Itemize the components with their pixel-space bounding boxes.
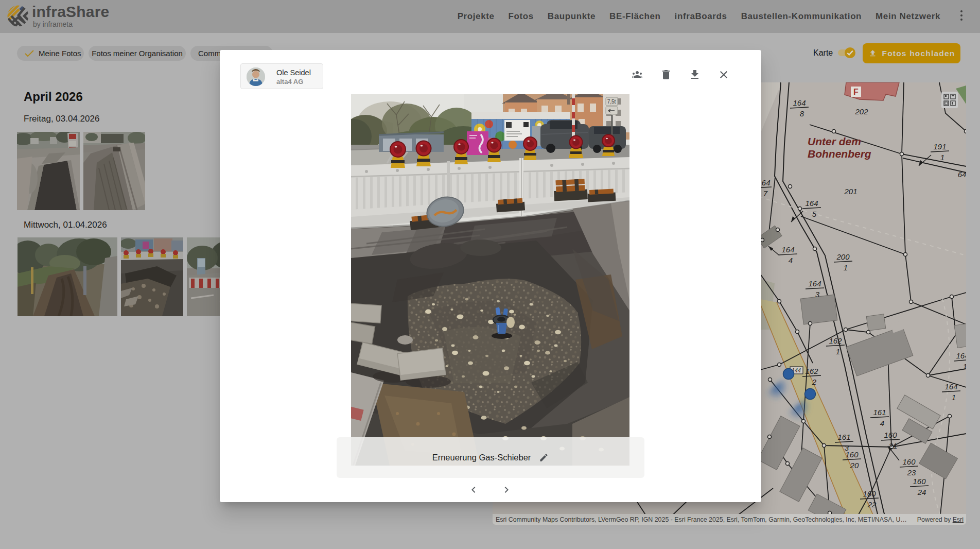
svg-text:5: 5: [812, 210, 817, 218]
svg-text:3: 3: [815, 290, 820, 299]
svg-text:1: 1: [940, 153, 944, 162]
svg-text:200: 200: [836, 252, 850, 261]
svg-text:160: 160: [884, 431, 897, 439]
svg-text:160: 160: [845, 450, 859, 459]
svg-text:191: 191: [933, 142, 946, 151]
svg-text:160: 160: [913, 477, 926, 486]
svg-text:164: 164: [808, 279, 821, 288]
svg-text:24: 24: [917, 488, 926, 496]
svg-text:F: F: [853, 88, 859, 96]
svg-text:1: 1: [963, 362, 966, 371]
svg-text:22: 22: [867, 500, 877, 509]
svg-text:164: 164: [956, 351, 966, 360]
svg-text:161: 161: [873, 408, 886, 417]
svg-text:160: 160: [902, 457, 916, 466]
svg-text:164: 164: [793, 98, 806, 107]
svg-text:160: 160: [863, 489, 876, 498]
svg-text:164: 164: [944, 382, 957, 391]
svg-text:1: 1: [952, 393, 956, 402]
svg-text:20: 20: [850, 461, 859, 470]
svg-text:7: 7: [763, 189, 768, 198]
svg-text:8: 8: [800, 109, 804, 118]
svg-text:1: 1: [844, 263, 848, 272]
svg-text:Unter dem: Unter dem: [808, 135, 861, 147]
svg-text:162: 162: [805, 367, 818, 375]
svg-text:161: 161: [837, 433, 850, 441]
svg-text:164: 164: [805, 199, 818, 208]
svg-text:2: 2: [812, 378, 817, 386]
svg-text:1: 1: [836, 347, 840, 356]
svg-text:4: 4: [789, 256, 793, 265]
svg-text:Bohnenberg: Bohnenberg: [808, 148, 871, 160]
svg-text:23: 23: [907, 468, 916, 477]
svg-text:201: 201: [844, 187, 857, 196]
svg-text:4: 4: [880, 419, 884, 427]
svg-text:202: 202: [854, 107, 868, 116]
svg-text:164: 164: [781, 245, 794, 254]
svg-text:162: 162: [829, 336, 842, 345]
svg-text:7,5t: 7,5t: [607, 99, 616, 105]
svg-text:64: 64: [958, 170, 966, 179]
